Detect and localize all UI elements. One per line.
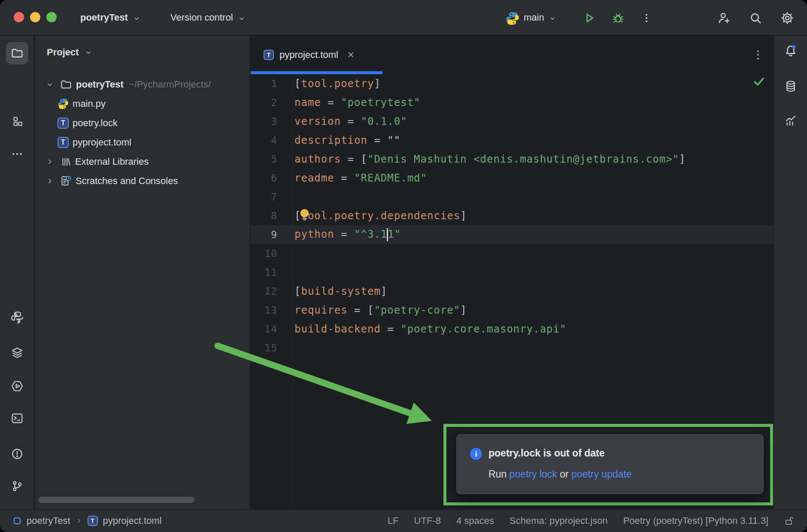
project-widget[interactable]: poetryTest — [80, 0, 141, 35]
status-item-schema-pyproject-json[interactable]: Schema: pyproject.json — [510, 515, 608, 526]
run-button[interactable] — [581, 10, 597, 26]
tab-pyproject-toml[interactable]: T pyproject.toml ✕ — [251, 36, 382, 74]
status-item-4-spaces[interactable]: 4 spaces — [456, 515, 494, 526]
minimize-window-button[interactable] — [30, 12, 40, 22]
metrics-tool-button[interactable] — [780, 109, 802, 132]
search-everywhere-icon[interactable] — [748, 10, 763, 26]
folder-icon — [60, 79, 72, 91]
code-line-6: 6readme = "README.md" — [251, 169, 774, 187]
problems-tool-button[interactable] — [6, 443, 28, 465]
line-number: 10 — [251, 248, 277, 259]
line-number: 13 — [251, 305, 277, 316]
project-view-selector[interactable]: Project — [47, 43, 93, 61]
python-file-icon — [58, 98, 69, 109]
status-item-poetry-poetrytest-python[interactable]: Poetry (poetryTest) [Python 3.11.3] — [623, 515, 768, 526]
toml-file-icon: T — [58, 118, 69, 129]
toml-file-icon: T — [264, 50, 274, 60]
tree-item-label: poetryTest — [76, 79, 124, 90]
tree-item-external-libraries[interactable]: External Libraries — [35, 152, 250, 171]
project-icon — [13, 517, 21, 525]
code-line-14: 14build-backend = "poetry.core.masonry.a… — [251, 320, 774, 339]
database-icon — [784, 80, 797, 93]
notification-title: poetry.lock is out of date — [488, 447, 605, 459]
line-number: 5 — [251, 154, 277, 165]
run-configuration-label: main — [524, 12, 544, 23]
tree-item-poetrytest[interactable]: poetryTest~/PycharmProjects/ — [35, 75, 250, 94]
intention-bulb-icon[interactable] — [299, 208, 310, 221]
tab-options-kebab-icon[interactable]: ⋮ — [749, 42, 767, 66]
project-horizontal-scrollbar[interactable] — [38, 497, 194, 503]
project-widget-label: poetryTest — [80, 12, 128, 23]
project-panel: Project poetryTest~/PycharmProjects/main… — [35, 36, 250, 509]
tree-item-pyproject-toml[interactable]: Tpyproject.toml — [35, 133, 250, 152]
breadcrumb-file[interactable]: pyproject.toml — [103, 515, 162, 526]
toml-file-icon: T — [58, 137, 69, 148]
database-tool-button[interactable] — [780, 75, 802, 97]
git-branch-icon — [11, 480, 24, 493]
run-configuration-widget[interactable]: main — [506, 0, 556, 35]
tree-item-label: Scratches and Consoles — [76, 175, 178, 187]
more-tool-windows-button[interactable] — [6, 143, 28, 165]
vcs-widget[interactable]: Version control — [170, 0, 246, 35]
code-line-4: 4description = "" — [251, 131, 774, 150]
terminal-icon — [11, 412, 24, 425]
unlocked-padlock-icon[interactable] — [784, 516, 794, 526]
services-hexagon-play-icon — [11, 380, 24, 393]
code-line-7: 7 — [251, 187, 774, 206]
close-window-button[interactable] — [14, 12, 24, 22]
project-tree: poetryTest~/PycharmProjects/main.pyTpoet… — [35, 75, 250, 190]
status-item-lf[interactable]: LF — [388, 515, 399, 526]
tree-item-label: pyproject.toml — [73, 137, 131, 148]
zoom-window-button[interactable] — [46, 12, 57, 22]
chevron-right-icon — [76, 517, 82, 524]
poetry-lock-link[interactable]: poetry lock — [510, 469, 557, 480]
scratches-icon — [60, 175, 72, 187]
chevron-down-icon — [132, 14, 141, 23]
services-tool-button[interactable] — [6, 375, 28, 397]
chevron-down-icon — [549, 15, 556, 22]
status-item-utf-8[interactable]: UTF-8 — [414, 515, 441, 526]
code-with-me-button[interactable] — [716, 10, 731, 26]
line-number: 9 — [251, 229, 277, 240]
tree-item-poetry-lock[interactable]: Tpoetry.lock — [35, 113, 250, 133]
tree-item-scratches-and-consoles[interactable]: Scratches and Consoles — [35, 171, 250, 190]
structure-tool-button[interactable] — [6, 110, 28, 133]
main-area: Project poetryTest~/PycharmProjects/main… — [0, 36, 807, 509]
breadcrumb-project[interactable]: poetryTest — [27, 515, 70, 526]
editor-tab-bar: T pyproject.toml ✕ ⋮ — [251, 36, 774, 74]
code-line-12: 12[build-system] — [251, 282, 774, 301]
python-packages-tool-button[interactable] — [6, 306, 28, 329]
tree-item-main-py[interactable]: main.py — [35, 94, 250, 113]
database-layers-tool-button[interactable] — [6, 342, 28, 364]
notifications-tool-button[interactable] — [780, 39, 802, 62]
more-actions-kebab-icon[interactable] — [639, 10, 654, 26]
tab-close-icon[interactable]: ✕ — [347, 50, 355, 60]
tree-item-label: main.py — [73, 98, 106, 109]
debug-button[interactable] — [610, 10, 626, 26]
line-number: 6 — [251, 172, 277, 184]
notification-balloon: i poetry.lock is out of date Run poetry … — [456, 434, 764, 494]
python-logo-icon — [506, 12, 519, 25]
notification-badge — [792, 45, 796, 49]
problems-icon — [11, 447, 24, 460]
notification-body: Run poetry lock or poetry update — [488, 469, 632, 480]
settings-gear-icon[interactable] — [780, 10, 795, 26]
editor-area[interactable]: T pyproject.toml ✕ ⋮ 1[tool.poetry]2name… — [251, 36, 774, 509]
terminal-tool-button[interactable] — [6, 407, 28, 429]
code-line-1: 1[tool.poetry] — [251, 74, 774, 93]
python-outline-icon — [10, 311, 24, 324]
info-icon: i — [470, 448, 482, 460]
poetry-update-link[interactable]: poetry update — [571, 469, 632, 480]
project-tool-button[interactable] — [6, 42, 28, 64]
chevron-down-icon — [46, 80, 54, 89]
line-number: 3 — [251, 116, 277, 127]
notification-or-text: or — [560, 469, 568, 480]
code-editor[interactable]: 1[tool.poetry]2name = "poetrytest"3versi… — [251, 74, 774, 357]
line-number: 15 — [251, 342, 277, 354]
code-line-11: 11 — [251, 263, 774, 282]
right-tool-strip — [774, 36, 807, 509]
chevron-down-icon — [84, 48, 93, 57]
project-view-label: Project — [47, 47, 79, 58]
git-tool-button[interactable] — [6, 475, 28, 497]
chart-icon — [784, 114, 797, 127]
